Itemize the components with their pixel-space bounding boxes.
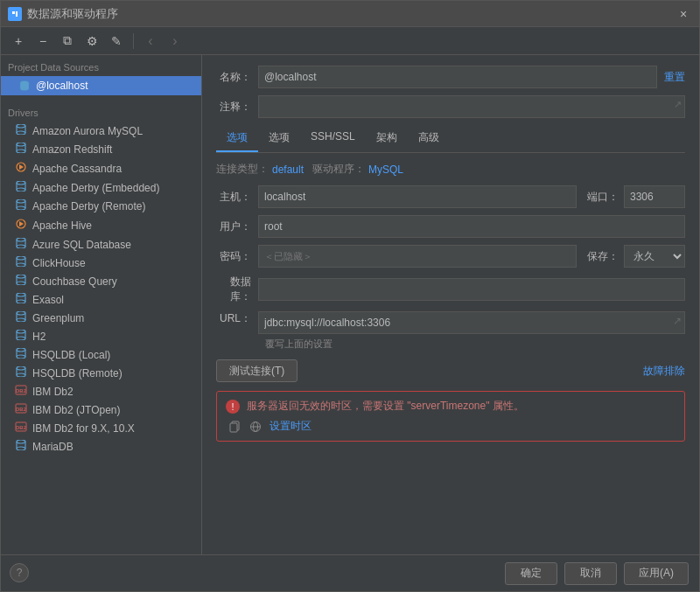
svg-point-18 (17, 199, 25, 203)
url-row: URL： ↗ (216, 311, 685, 334)
pass-hidden-text: ＜已隐藏＞ (264, 250, 312, 263)
tab-options2[interactable]: 选项 (258, 125, 300, 152)
driver-item-10[interactable]: Greenplum (1, 309, 201, 327)
troubleshoot-link[interactable]: 故障排除 (643, 364, 685, 379)
driver-item-14[interactable]: DB2 IBM Db2 (1, 382, 201, 400)
sidebar: Project Data Sources @localhost Drivers (1, 55, 202, 554)
host-label: 主机： (216, 190, 258, 205)
driver-name-3: Apache Derby (Embedded) (32, 182, 159, 194)
tab-advanced[interactable]: 高级 (408, 125, 450, 152)
port-input[interactable] (624, 185, 685, 208)
driver-name-7: ClickHouse (32, 257, 86, 269)
driver-item-3[interactable]: Apache Derby (Embedded) (1, 178, 201, 197)
driver-item-0[interactable]: Amazon Aurora MySQL (1, 122, 201, 140)
driver-icon-0 (15, 124, 27, 137)
host-input[interactable] (258, 185, 577, 208)
driver-item-15[interactable]: DB2 IBM Db2 (JTOpen) (1, 400, 201, 419)
conn-type-value[interactable]: default (272, 164, 304, 176)
title-bar: 数据源和驱动程序 × (1, 1, 699, 27)
svg-point-44 (17, 330, 25, 333)
conn-type-row: 连接类型： default 驱动程序： MySQL (216, 162, 685, 177)
driver-item-17[interactable]: MariaDB (1, 437, 201, 456)
user-input[interactable] (258, 215, 685, 238)
add-button[interactable]: + (8, 31, 29, 52)
driver-item-6[interactable]: Azure SQL Database (1, 235, 201, 254)
toolbar-sep (133, 33, 134, 49)
bottom-bar: ? 确定 取消 应用(A) (1, 554, 699, 591)
nav-back-button[interactable]: ‹ (140, 31, 161, 52)
globe-icon[interactable] (248, 420, 262, 434)
save-label: 保存： (587, 249, 619, 264)
svg-point-31 (17, 263, 25, 267)
driver-item-16[interactable]: DB2 IBM Db2 for 9.X, 10.X (1, 419, 201, 437)
remove-button[interactable]: − (32, 31, 53, 52)
test-row: 测试连接(T) 故障排除 (216, 359, 685, 382)
error-link[interactable]: 设置时区 (270, 419, 312, 434)
tab-ssh[interactable]: SSH/SSL (300, 125, 366, 152)
cancel-button[interactable]: 取消 (564, 562, 617, 585)
test-connection-button[interactable]: 测试连接(T) (216, 359, 298, 382)
comment-expand-icon: ↗ (674, 99, 682, 110)
driver-item-1[interactable]: Amazon Redshift (1, 140, 201, 158)
driver-name-6: Azure SQL Database (32, 239, 131, 251)
conn-type-label: 连接类型： (216, 162, 269, 177)
window-title: 数据源和驱动程序 (27, 6, 675, 22)
svg-point-8 (17, 143, 25, 146)
port-label: 端口： (587, 190, 619, 205)
driver-item-13[interactable]: HSQLDB (Remote) (1, 364, 201, 382)
svg-point-7 (17, 131, 25, 135)
confirm-button[interactable]: 确定 (505, 562, 557, 585)
driver-item-8[interactable]: Couchbase Query (1, 272, 201, 290)
driver-icon-14: DB2 (15, 385, 27, 398)
svg-rect-2 (16, 11, 18, 17)
svg-point-62 (17, 440, 25, 443)
driver-name-4: Apache Derby (Remote) (32, 200, 145, 212)
host-port-row: 主机： 端口： (216, 185, 685, 208)
driver-item-11[interactable]: H2 (1, 327, 201, 345)
svg-point-35 (17, 282, 25, 285)
edit-button[interactable]: ✎ (106, 31, 127, 52)
svg-text:DB2: DB2 (16, 388, 27, 394)
sidebar-item-localhost[interactable]: @localhost (1, 76, 201, 95)
sidebar-item-localhost-label: @localhost (36, 80, 88, 92)
driver-name-12: HSQLDB (Local) (32, 349, 110, 361)
copy-icon[interactable] (228, 420, 242, 434)
driver-name-8: Couchbase Query (32, 275, 117, 288)
url-input-wrap: ↗ (258, 311, 685, 334)
save-select[interactable]: 永久 会话 从不 (624, 245, 685, 268)
svg-point-17 (17, 188, 25, 192)
driver-name-5: Apache Hive (32, 219, 92, 232)
comment-input[interactable] (258, 95, 685, 118)
nav-forward-button[interactable]: › (164, 31, 186, 52)
driver-item-12[interactable]: HSQLDB (Local) (1, 345, 201, 364)
name-input[interactable] (258, 66, 657, 88)
project-section-label: Project Data Sources (1, 55, 201, 76)
apply-button[interactable]: 应用(A) (624, 562, 689, 585)
name-label: 名称： (216, 70, 258, 85)
config-button[interactable]: ⚙ (81, 31, 102, 52)
svg-point-14 (17, 181, 25, 185)
driver-item-5[interactable]: Apache Hive (1, 215, 201, 235)
url-input[interactable] (258, 311, 685, 334)
driver-name-15: IBM Db2 (JTOpen) (32, 404, 120, 416)
driver-item-9[interactable]: Exasol (1, 290, 201, 309)
reset-button[interactable]: 重置 (664, 70, 685, 85)
driver-item-7[interactable]: ClickHouse (1, 254, 201, 272)
pass-display[interactable]: ＜已隐藏＞ (258, 245, 577, 268)
tab-arch[interactable]: 架构 (366, 125, 408, 152)
db-input[interactable] (258, 278, 685, 301)
driver-name-10: Greenplum (32, 312, 84, 324)
driver-icon-7 (15, 256, 27, 269)
driver-name-2: Apache Cassandra (32, 163, 122, 175)
driver-item-4[interactable]: Apache Derby (Remote) (1, 197, 201, 215)
tabs-row: 选项 选项 SSH/SSL 架构 高级 (216, 125, 685, 153)
driver-icon-3 (15, 181, 27, 194)
tab-options1[interactable]: 选项 (216, 125, 258, 152)
svg-point-43 (17, 318, 25, 322)
help-button[interactable]: ? (10, 563, 29, 582)
close-button[interactable]: × (675, 5, 692, 23)
driver-value[interactable]: MySQL (368, 164, 403, 176)
driver-item-2[interactable]: Apache Cassandra (1, 158, 201, 178)
copy-button[interactable]: ⧉ (57, 31, 78, 52)
driver-icon-2 (15, 161, 27, 176)
